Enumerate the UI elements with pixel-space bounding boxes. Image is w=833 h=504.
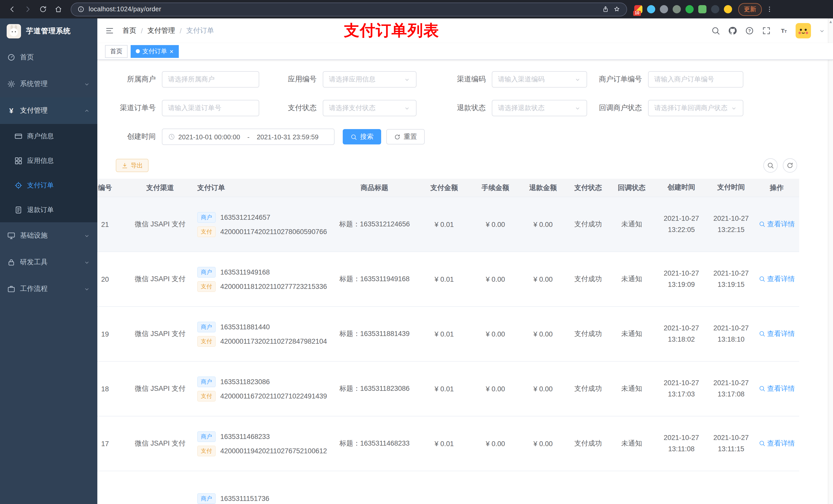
pay-tag: 支付 [197, 336, 216, 346]
cell-channel: 微信 JSAPI 支付 [128, 439, 192, 448]
svg-text:T: T [781, 28, 785, 34]
chevron-down-icon [84, 286, 90, 292]
sidebar-item-workflow[interactable]: 工作流程 [0, 275, 97, 302]
tab-home[interactable]: 首页 [105, 45, 127, 57]
refund-status-select[interactable]: 请选择退款状态 [492, 100, 587, 116]
avatar-caret-icon[interactable] [819, 27, 825, 34]
monitor-icon [7, 232, 15, 240]
browser-update-button[interactable]: 更新 [738, 3, 762, 16]
page-title: 支付订单列表 [344, 20, 439, 41]
tab-pay-order[interactable]: 支付订单 × [130, 45, 178, 57]
fullscreen-icon[interactable] [762, 26, 771, 35]
cell-id: 20 [97, 275, 128, 283]
extension-icon[interactable] [686, 5, 694, 13]
cell-order: 商户1635311823086 支付4200001167202110271022… [192, 373, 333, 405]
cell-order: 商户1635311468233 支付4200001194202110276752… [192, 427, 333, 460]
font-size-icon[interactable]: TT [779, 26, 788, 35]
cell-pay-status: 支付成功 [568, 274, 609, 284]
merchant-select[interactable]: 请选择所属商户 [162, 71, 259, 88]
share-icon[interactable] [602, 6, 609, 13]
cell-refund: ¥ 0.00 [519, 440, 568, 448]
cell-fee: ¥ 0.00 [472, 440, 519, 448]
extension-icon[interactable] [724, 5, 732, 13]
view-detail-link[interactable]: 查看详情 [759, 220, 795, 229]
bookmark-star-icon[interactable] [613, 6, 620, 13]
site-info-icon[interactable] [77, 6, 85, 13]
table-search-icon-button[interactable] [763, 158, 778, 173]
sidebar-item-refund-order[interactable]: 退款订单 [0, 198, 97, 222]
help-icon[interactable]: ? [745, 26, 754, 35]
pay-tag: 支付 [197, 281, 216, 292]
home-button[interactable] [51, 2, 65, 16]
table-row[interactable]: 18 微信 JSAPI 支付 商户1635311823086 支付4200001… [97, 362, 799, 416]
merchant-tag: 商户 [197, 376, 216, 387]
tab-bar: 首页 支付订单 × [97, 43, 833, 60]
sidebar-toggle-icon[interactable] [105, 26, 114, 35]
sidebar-item-payment[interactable]: ¥ 支付管理 [0, 97, 97, 124]
close-icon[interactable]: × [170, 48, 173, 54]
refund-status-label: 退款状态 [453, 103, 492, 113]
url-bar[interactable]: localhost:1024/pay/order [71, 2, 627, 16]
export-button[interactable]: 导出 [116, 159, 148, 172]
view-detail-link[interactable]: 查看详情 [759, 384, 795, 393]
github-icon[interactable] [728, 26, 737, 35]
page-scrollbar[interactable]: ▲ [828, 19, 833, 504]
yen-icon: ¥ [7, 106, 15, 115]
main-header: 首页 / 支付管理 / 支付订单 支付订单列表 ? TT [97, 19, 833, 43]
search-button[interactable]: 搜索 [343, 129, 381, 144]
clock-icon [168, 133, 175, 140]
notify-status-select[interactable]: 请选择订单回调商户状态 [648, 100, 743, 116]
sidebar-item-dev-tools[interactable]: 研发工具 [0, 249, 97, 275]
extension-icon[interactable] [711, 5, 719, 13]
svg-text:T: T [785, 29, 787, 33]
extension-icon[interactable] [673, 5, 681, 13]
extension-icon[interactable] [698, 5, 707, 13]
app-id-select[interactable]: 请选择应用信息 [323, 71, 416, 88]
document-icon [14, 206, 23, 214]
sidebar-item-merchant-info[interactable]: 商户信息 [0, 124, 97, 148]
view-detail-link[interactable]: 查看详情 [759, 439, 795, 448]
table-refresh-icon-button[interactable] [783, 158, 797, 173]
extension-icon[interactable] [660, 5, 668, 13]
search-icon[interactable] [711, 26, 720, 35]
cell-create-time: 2021-10-27 13:11:08 [655, 432, 708, 455]
view-detail-link[interactable]: 查看详情 [759, 329, 795, 339]
sidebar-item-pay-order[interactable]: 支付订单 [0, 173, 97, 198]
view-detail-link[interactable]: 查看详情 [759, 274, 795, 284]
pay-status-select[interactable]: 请选择支付状态 [323, 100, 416, 116]
sidebar-item-infrastructure[interactable]: 基础设施 [0, 222, 97, 249]
merchant-label: 所属商户 [116, 75, 162, 84]
cell-notify-status: 未通知 [609, 329, 655, 339]
breadcrumb-payment[interactable]: 支付管理 [147, 26, 175, 35]
channel-code-select[interactable]: 请输入渠道编码 [492, 71, 587, 88]
create-time-label: 创建时间 [116, 132, 162, 141]
app-logo[interactable]: 芋道管理系统 [0, 19, 97, 44]
sidebar-item-system[interactable]: 系统管理 [0, 71, 97, 97]
url-text: localhost:1024/pay/order [89, 6, 598, 13]
browser-menu-icon[interactable] [766, 6, 773, 13]
user-avatar[interactable] [795, 23, 811, 39]
table-row[interactable]: 20 微信 JSAPI 支付 商户1635311949168 支付4200001… [97, 252, 799, 307]
chevron-down-icon [84, 81, 90, 87]
page-content: 所属商户 请选择所属商户 应用编号 请选择应用信息 渠道编码 请输入渠道编码 商… [97, 60, 833, 504]
table-row[interactable]: 商户1635311151736 [97, 471, 799, 504]
reload-button[interactable] [36, 2, 50, 16]
back-button[interactable] [5, 2, 19, 16]
breadcrumb-home[interactable]: 首页 [122, 26, 136, 35]
create-time-range-picker[interactable]: 2021-10-01 00:00:00 - 2021-10-31 23:59:5… [162, 128, 335, 145]
table-row[interactable]: 21 微信 JSAPI 支付 商户1635312124657 支付4200001… [97, 197, 799, 252]
table-row[interactable]: 17 微信 JSAPI 支付 商户1635311468233 支付4200001… [97, 416, 799, 471]
active-dot-icon [136, 49, 140, 53]
sidebar-item-home[interactable]: 首页 [0, 44, 97, 71]
reset-button[interactable]: 重置 [386, 129, 425, 144]
table-row[interactable]: 19 微信 JSAPI 支付 商户1635311881440 支付4200001… [97, 307, 799, 362]
cell-amount: ¥ 0.01 [416, 220, 472, 228]
extension-icon[interactable]: 10 [634, 5, 642, 13]
channel-order-no-input[interactable]: 请输入渠道订单号 [162, 100, 259, 116]
chevron-down-icon [574, 105, 581, 112]
merchant-order-no-input[interactable]: 请输入商户订单编号 [648, 71, 743, 88]
sidebar-item-app-info[interactable]: 应用信息 [0, 148, 97, 173]
cell-create-time: 2021-10-27 13:17:03 [655, 377, 708, 400]
extension-icon[interactable] [647, 5, 655, 13]
forward-button[interactable] [21, 2, 34, 16]
